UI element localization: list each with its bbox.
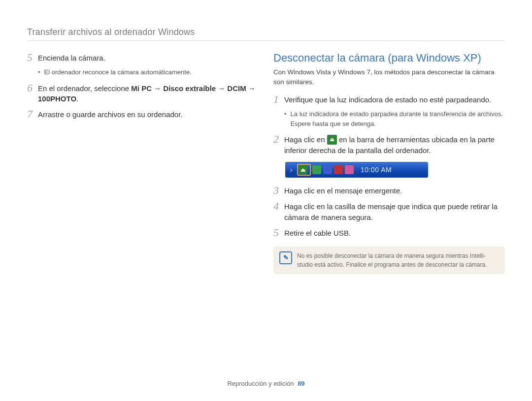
- step-number: 3: [273, 185, 284, 196]
- tray-clock: 10:00 AM: [361, 166, 392, 174]
- section-title: Desconectar la cámara (para Windows XP): [273, 52, 505, 64]
- step-text: Retire el cable USB.: [284, 227, 351, 239]
- step-text: Haga clic en el mensaje emergente.: [284, 185, 402, 196]
- step-number: 2: [273, 133, 284, 145]
- right-column: Desconectar la cámara (para Windows XP) …: [273, 52, 505, 274]
- section-subtitle: Con Windows Vista y Windows 7, los métod…: [273, 67, 505, 87]
- r-step-1-bullet: La luz indicadora de estado parpadea dur…: [284, 109, 505, 128]
- safely-remove-icon: ⏏: [327, 135, 337, 145]
- tray-icon-display: [323, 165, 332, 174]
- tray-highlight: ⏏: [297, 164, 311, 176]
- step-7: 7 Arrastre o guarde archivos en su orden…: [27, 108, 259, 120]
- step-number: 5: [27, 52, 38, 63]
- step-number: 5: [273, 227, 284, 239]
- step-text: Encienda la cámara.: [38, 52, 105, 63]
- note-icon: ✎: [279, 251, 292, 264]
- note-box: ✎ No es posible desconectar la cámara de…: [273, 247, 505, 274]
- step-number: 7: [27, 108, 38, 120]
- r-step-2: 2 Haga clic en ⏏ en la barra de herramie…: [273, 133, 505, 156]
- step-text: Arrastre o guarde archivos en su ordenad…: [38, 108, 183, 120]
- page-header: Transferir archivos al ordenador Windows: [27, 27, 505, 41]
- note-text: No es posible desconectar la cámara de m…: [297, 251, 499, 269]
- footer-page-number: 89: [298, 380, 304, 387]
- step-5-bullet: El ordenador reconoce la cámara automáti…: [38, 67, 259, 77]
- page-footer: Reproducción y edición 89: [0, 380, 532, 387]
- tray-expand-icon: ›: [285, 162, 297, 178]
- r-step-5: 5 Retire el cable USB.: [273, 227, 505, 239]
- tray-icon-volume: [334, 165, 343, 174]
- r-step-4: 4 Haga clic en la casilla de mensaje que…: [273, 200, 505, 223]
- taskbar-tray: › ⏏ 10:00 AM: [285, 162, 428, 178]
- step-number: 4: [273, 200, 284, 212]
- footer-section: Reproducción y edición: [227, 380, 294, 387]
- step-text: Haga clic en la casilla de mensaje que i…: [284, 200, 505, 223]
- left-column: 5 Encienda la cámara. El ordenador recon…: [27, 52, 259, 274]
- step-text: Verifique que la luz indicadora de estad…: [284, 93, 491, 105]
- step-number: 6: [27, 82, 38, 94]
- safely-remove-tray-icon: ⏏: [299, 165, 307, 174]
- step-text: Haga clic en ⏏ en la barra de herramient…: [284, 133, 505, 156]
- tray-icon-network: [345, 165, 354, 174]
- step-number: 1: [273, 93, 284, 105]
- step-text: En el ordenador, seleccione Mi PC → Disc…: [38, 82, 259, 105]
- r-step-3: 3 Haga clic en el mensaje emergente.: [273, 185, 505, 196]
- step-6: 6 En el ordenador, seleccione Mi PC → Di…: [27, 82, 259, 105]
- tray-icon-shield: [312, 165, 321, 174]
- step-5: 5 Encienda la cámara.: [27, 52, 259, 63]
- r-step-1: 1 Verifique que la luz indicadora de est…: [273, 93, 505, 105]
